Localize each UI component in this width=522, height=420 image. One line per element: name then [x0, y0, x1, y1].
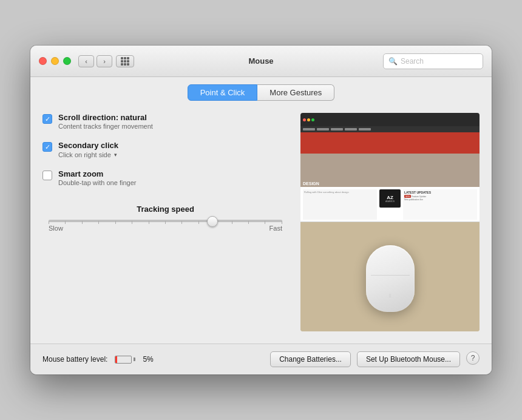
footer: Mouse battery level: 5% Change Batteries…: [30, 344, 492, 374]
website-preview: DESIGN Rolling with Glee something about…: [300, 113, 480, 222]
setup-bluetooth-button[interactable]: Set Up Bluetooth Mouse...: [357, 351, 460, 367]
secondary-click-title: Secondary click: [58, 141, 118, 150]
footer-buttons: Change Batteries... Set Up Bluetooth Mou…: [270, 351, 480, 367]
window-title: Mouse: [248, 56, 273, 66]
slider-track: [49, 220, 282, 222]
smart-zoom-title: Smart zoom: [58, 169, 136, 178]
titlebar: ‹ › Mouse 🔍 Search: [30, 46, 492, 77]
battery-tip-icon: [134, 357, 135, 361]
battery-fill: [115, 356, 117, 363]
smart-zoom-option: Smart zoom Double-tap with one finger: [42, 169, 288, 186]
search-box[interactable]: 🔍 Search: [383, 53, 483, 69]
grid-button[interactable]: [116, 55, 134, 67]
left-panel: ✓ Scroll direction: natural Content trac…: [42, 113, 288, 331]
tracking-speed-slider[interactable]: [207, 216, 218, 227]
close-button[interactable]: [39, 57, 47, 65]
battery-percentage: 5%: [143, 355, 153, 364]
slow-label: Slow: [49, 225, 63, 232]
slider-ticks: [49, 220, 282, 225]
tab-point-click[interactable]: Point & Click: [188, 84, 258, 101]
secondary-click-dropdown[interactable]: Click on right side ▾: [58, 151, 118, 158]
secondary-click-option: ✓ Secondary click Click on right side ▾: [42, 141, 288, 158]
grid-icon: [121, 57, 129, 66]
tracking-title: Tracking speed: [42, 205, 288, 214]
right-panel: DESIGN Rolling with Glee something about…: [300, 113, 480, 331]
back-button[interactable]: ‹: [78, 55, 94, 67]
main-window: ‹ › Mouse 🔍 Search Point & Click More Ge…: [30, 46, 492, 374]
forward-button[interactable]: ›: [97, 55, 112, 67]
content-area: ✓ Scroll direction: natural Content trac…: [30, 107, 492, 344]
scroll-direction-title: Scroll direction: natural: [58, 113, 153, 122]
battery-body: [115, 356, 132, 364]
dropdown-arrow-icon: ▾: [114, 152, 117, 158]
secondary-click-desc: Click on right side: [58, 151, 111, 158]
tracking-section: Tracking speed: [42, 205, 288, 232]
website-body: DESIGN Rolling with Glee something about…: [300, 126, 480, 222]
tab-more-gestures[interactable]: More Gestures: [257, 84, 334, 101]
maximize-button[interactable]: [63, 57, 71, 65]
slider-labels: Slow Fast: [49, 225, 282, 232]
mouse-preview: : [300, 222, 480, 331]
scroll-direction-desc: Content tracks finger movement: [58, 123, 153, 130]
battery-icon: [115, 356, 135, 364]
traffic-lights: [39, 57, 71, 65]
battery-label: Mouse battery level:: [42, 355, 107, 364]
browser-header: [300, 113, 480, 126]
search-placeholder: Search: [401, 57, 424, 66]
smart-zoom-checkbox[interactable]: [42, 171, 52, 180]
minimize-button[interactable]: [51, 57, 59, 65]
smart-zoom-desc: Double-tap with one finger: [58, 179, 136, 186]
secondary-click-checkbox[interactable]: ✓: [42, 142, 52, 152]
change-batteries-button[interactable]: Change Batteries...: [270, 351, 351, 367]
search-icon: 🔍: [388, 57, 398, 66]
magic-mouse-image: : [366, 245, 415, 312]
scroll-direction-option: ✓ Scroll direction: natural Content trac…: [42, 113, 288, 130]
nav-buttons: ‹ ›: [78, 55, 112, 67]
tabs-row: Point & Click More Gestures: [30, 77, 492, 107]
slider-container: Slow Fast: [42, 220, 288, 232]
preview-image: DESIGN Rolling with Glee something about…: [300, 113, 480, 331]
help-button[interactable]: ?: [466, 351, 480, 365]
fast-label: Fast: [269, 225, 282, 232]
scroll-direction-checkbox[interactable]: ✓: [42, 114, 52, 124]
